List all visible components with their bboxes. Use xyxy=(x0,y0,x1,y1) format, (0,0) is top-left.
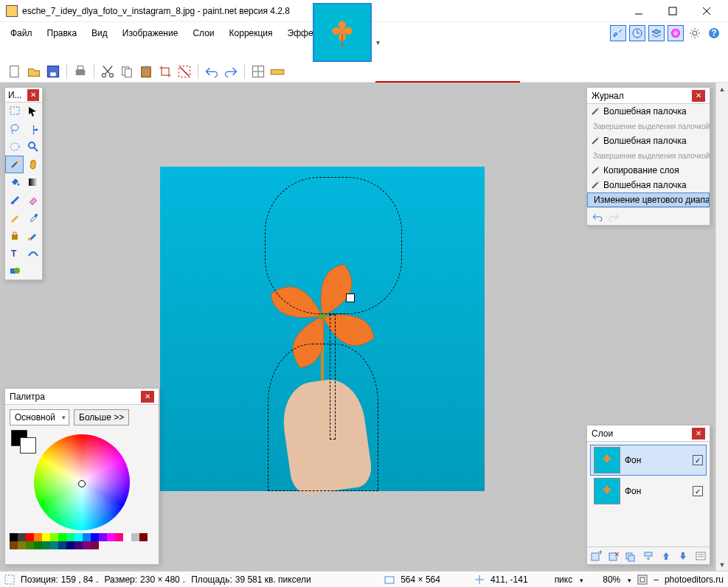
swatch[interactable] xyxy=(26,533,34,541)
color-wheel[interactable] xyxy=(34,434,130,530)
new-file-icon[interactable] xyxy=(7,64,22,79)
layer-mergedown-icon[interactable] xyxy=(642,550,654,562)
scroll-up-icon[interactable]: ▲ xyxy=(716,83,728,95)
swatch[interactable] xyxy=(58,541,66,549)
color-wheel-cursor[interactable] xyxy=(78,480,86,487)
cut-icon[interactable] xyxy=(100,64,115,79)
history-item[interactable]: Изменение цветового диапазона xyxy=(587,192,710,207)
open-file-icon[interactable] xyxy=(27,64,41,79)
menu-edit[interactable]: Правка xyxy=(43,25,82,41)
swatch[interactable] xyxy=(74,541,83,549)
palette-more-button[interactable]: Больше >> xyxy=(74,409,129,426)
close-button[interactable] xyxy=(690,1,724,21)
swatch[interactable] xyxy=(123,533,131,541)
selection-handle[interactable] xyxy=(346,294,355,302)
swatch[interactable] xyxy=(99,533,107,541)
menu-file[interactable]: Файл xyxy=(6,25,37,41)
save-icon[interactable] xyxy=(46,64,60,79)
layer-moveup-icon[interactable] xyxy=(660,550,672,562)
palette-close[interactable]: ✕ xyxy=(141,391,154,403)
tool-zoom[interactable] xyxy=(24,138,42,156)
history-list[interactable]: Волшебная палочкаЗавершение выделения па… xyxy=(587,104,710,207)
secondary-color-swatch[interactable] xyxy=(20,437,36,454)
swatch[interactable] xyxy=(91,533,99,541)
units-dropdown-icon[interactable] xyxy=(578,574,583,585)
history-item[interactable]: Волшебная палочка xyxy=(587,133,710,148)
swatch[interactable] xyxy=(50,541,58,549)
swatch[interactable] xyxy=(58,533,66,541)
swatch[interactable] xyxy=(139,533,148,541)
swatch[interactable] xyxy=(91,541,99,549)
layer-visibility-checkbox[interactable]: ✓ xyxy=(693,486,703,496)
redo-icon[interactable] xyxy=(223,64,238,79)
layers-list[interactable]: Фон✓Фон✓ xyxy=(587,442,710,510)
paste-icon[interactable] xyxy=(139,64,153,79)
layer-movedown-icon[interactable] xyxy=(677,550,689,562)
tool-pencil[interactable] xyxy=(5,209,24,226)
swatch[interactable] xyxy=(18,533,26,541)
tool-clone[interactable] xyxy=(5,226,24,244)
swatch[interactable] xyxy=(83,533,91,541)
grid-icon[interactable] xyxy=(251,64,266,79)
settings-icon[interactable] xyxy=(687,25,703,41)
history-undo-icon[interactable] xyxy=(592,211,603,223)
tool-ellipse-select[interactable] xyxy=(5,138,24,156)
history-item[interactable]: Волшебная палочка xyxy=(587,178,710,192)
maximize-button[interactable] xyxy=(656,1,690,21)
swatch[interactable] xyxy=(115,533,123,541)
history-window-toggle[interactable] xyxy=(629,25,645,41)
vertical-scrollbar[interactable]: ▲ ▼ xyxy=(715,83,728,571)
tool-brush[interactable] xyxy=(5,191,24,209)
copy-icon[interactable] xyxy=(119,64,134,79)
tool-lasso[interactable] xyxy=(5,120,24,138)
tools-window-toggle[interactable] xyxy=(610,25,626,41)
swatch[interactable] xyxy=(10,541,18,549)
tool-colorpicker[interactable] xyxy=(24,209,42,226)
layers-window-toggle[interactable] xyxy=(648,25,665,41)
color-swatches[interactable] xyxy=(5,533,159,554)
status-units[interactable]: пикс xyxy=(555,574,573,585)
swatch[interactable] xyxy=(50,533,58,541)
layer-properties-icon[interactable] xyxy=(695,550,707,562)
history-close[interactable]: ✕ xyxy=(692,90,705,102)
print-icon[interactable] xyxy=(73,64,88,79)
swatch[interactable] xyxy=(66,541,74,549)
tool-shapes[interactable] xyxy=(5,262,24,279)
menu-image[interactable]: Изображение xyxy=(118,25,183,41)
tool-eraser[interactable] xyxy=(24,191,42,209)
history-item[interactable]: Копирование слоя xyxy=(587,163,710,178)
undo-icon[interactable] xyxy=(204,64,219,79)
history-item[interactable]: Волшебная палочка xyxy=(587,104,710,119)
layer-item[interactable]: Фон✓ xyxy=(590,476,707,507)
thumbnail-dropdown-icon[interactable]: ▾ xyxy=(376,38,380,46)
layer-add-icon[interactable]: + xyxy=(590,550,602,562)
tools-panel-close[interactable]: ✕ xyxy=(27,89,39,101)
help-icon[interactable]: ? xyxy=(706,25,722,41)
scroll-down-icon[interactable]: ▼ xyxy=(716,558,728,571)
layer-delete-icon[interactable] xyxy=(608,550,620,562)
tool-text[interactable]: T xyxy=(5,244,24,262)
document-thumbnail[interactable] xyxy=(313,3,372,62)
swatch[interactable] xyxy=(18,541,26,549)
history-redo-icon[interactable] xyxy=(608,211,620,223)
swatch[interactable] xyxy=(10,533,18,541)
swatch[interactable] xyxy=(74,533,83,541)
canvas-image[interactable] xyxy=(160,167,485,491)
minimize-button[interactable] xyxy=(622,1,656,21)
layers-close[interactable]: ✕ xyxy=(692,428,705,440)
swatch[interactable] xyxy=(66,533,74,541)
status-zoom[interactable]: 80% xyxy=(603,574,620,585)
zoom-dropdown-icon[interactable] xyxy=(626,574,631,585)
primary-secondary-swatches[interactable] xyxy=(11,430,36,454)
tool-recolor[interactable] xyxy=(24,226,42,244)
swatch[interactable] xyxy=(131,533,139,541)
layer-duplicate-icon[interactable] xyxy=(625,550,637,562)
zoom-fit-icon[interactable] xyxy=(637,574,648,585)
tool-fill[interactable] xyxy=(5,173,24,191)
swatch[interactable] xyxy=(34,533,42,541)
swatch[interactable] xyxy=(42,533,50,541)
deselect-icon[interactable] xyxy=(177,64,192,79)
tool-magic-wand[interactable] xyxy=(5,156,24,173)
swatch[interactable] xyxy=(34,541,42,549)
tool-move-selection[interactable] xyxy=(24,103,42,120)
